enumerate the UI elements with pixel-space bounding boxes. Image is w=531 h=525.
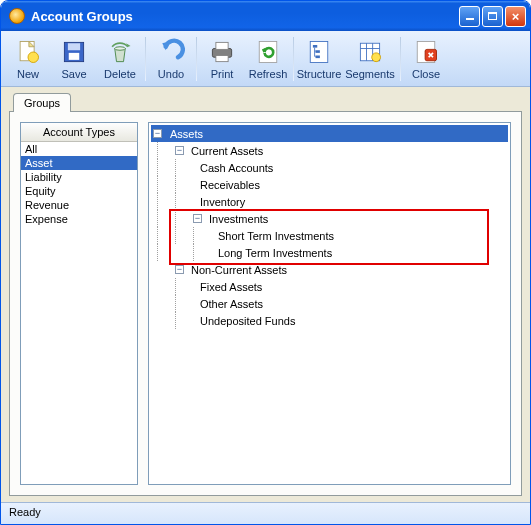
tree-label: Non-Current Assets <box>188 263 290 277</box>
tree-node-long-term-investments[interactable]: Long Term Investments <box>151 244 508 261</box>
tree-label: Other Assets <box>197 297 266 311</box>
tree-label: Cash Accounts <box>197 161 276 175</box>
list-item[interactable]: Expense <box>21 212 137 226</box>
tab-groups[interactable]: Groups <box>13 93 71 112</box>
titlebar: Account Groups × <box>1 1 530 31</box>
tree-label: Inventory <box>197 195 248 209</box>
tree-node-non-current-assets[interactable]: − Non-Current Assets <box>151 261 508 278</box>
tree-label: Fixed Assets <box>197 280 265 294</box>
tree-label: Receivables <box>197 178 263 192</box>
tree-node-short-term-investments[interactable]: Short Term Investments <box>151 227 508 244</box>
tree-node-inventory[interactable]: Inventory <box>151 193 508 210</box>
tree-node-cash-accounts[interactable]: Cash Accounts <box>151 159 508 176</box>
list-item[interactable]: Revenue <box>21 198 137 212</box>
tree-label: Short Term Investments <box>215 229 337 243</box>
structure-label: Structure <box>297 68 342 80</box>
segments-button[interactable]: Segments <box>342 34 398 84</box>
svg-rect-7 <box>216 42 228 49</box>
tree-node-undeposited-funds[interactable]: Undeposited Funds <box>151 312 508 329</box>
tree-node-current-assets[interactable]: − Current Assets <box>151 142 508 159</box>
svg-rect-3 <box>68 43 80 50</box>
svg-point-18 <box>372 52 381 61</box>
tree-label: Long Term Investments <box>215 246 335 260</box>
tree-node-investments[interactable]: − Investments <box>151 210 508 227</box>
tree-label: Undeposited Funds <box>197 314 298 328</box>
statusbar: Ready <box>1 502 530 524</box>
groups-panel: Account Types AllAssetLiabilityEquityRev… <box>9 111 522 496</box>
save-label: Save <box>61 68 86 80</box>
svg-point-5 <box>115 46 126 50</box>
tree-label: Current Assets <box>188 144 266 158</box>
svg-rect-8 <box>216 55 228 61</box>
toolbar: New Save Delete Undo Print <box>1 31 530 87</box>
close-icon <box>412 38 440 66</box>
tree-node-other-assets[interactable]: Other Assets <box>151 295 508 312</box>
print-label: Print <box>211 68 234 80</box>
content-area: Groups Account Types AllAssetLiabilityEq… <box>1 87 530 502</box>
collapse-icon[interactable]: − <box>175 146 184 155</box>
status-text: Ready <box>9 506 41 518</box>
structure-button[interactable]: Structure <box>296 34 342 84</box>
close-label: Close <box>412 68 440 80</box>
svg-rect-13 <box>316 55 320 58</box>
tree-node-assets[interactable]: − Assets <box>151 125 508 142</box>
list-item[interactable]: Equity <box>21 184 137 198</box>
maximize-button[interactable] <box>482 6 503 27</box>
app-window: Account Groups × New Save Delete <box>0 0 531 525</box>
new-button[interactable]: New <box>5 34 51 84</box>
tabstrip: Groups <box>13 93 522 111</box>
print-button[interactable]: Print <box>199 34 245 84</box>
refresh-button[interactable]: Refresh <box>245 34 291 84</box>
toolbar-separator <box>400 37 401 81</box>
list-item[interactable]: All <box>21 142 137 156</box>
save-icon <box>60 38 88 66</box>
minimize-button[interactable] <box>459 6 480 27</box>
account-types-list[interactable]: Account Types AllAssetLiabilityEquityRev… <box>20 122 138 485</box>
segments-label: Segments <box>345 68 395 80</box>
new-icon <box>14 38 42 66</box>
structure-icon <box>305 38 333 66</box>
delete-button[interactable]: Delete <box>97 34 143 84</box>
svg-point-1 <box>28 52 39 63</box>
window-buttons: × <box>459 6 526 27</box>
svg-rect-12 <box>316 50 320 53</box>
save-button[interactable]: Save <box>51 34 97 84</box>
toolbar-separator <box>293 37 294 81</box>
close-button[interactable]: Close <box>403 34 449 84</box>
list-item[interactable]: Liability <box>21 170 137 184</box>
svg-rect-11 <box>313 45 317 48</box>
new-label: New <box>17 68 39 80</box>
print-icon <box>208 38 236 66</box>
accounts-tree[interactable]: − Assets − Current Assets Cash Accounts <box>148 122 511 485</box>
toolbar-separator <box>145 37 146 81</box>
segments-icon <box>356 38 384 66</box>
refresh-label: Refresh <box>249 68 288 80</box>
account-types-header: Account Types <box>21 123 137 142</box>
collapse-icon[interactable]: − <box>153 129 162 138</box>
tree-node-fixed-assets[interactable]: Fixed Assets <box>151 278 508 295</box>
window-title: Account Groups <box>31 9 459 24</box>
window-close-button[interactable]: × <box>505 6 526 27</box>
tree-label: Assets <box>166 127 508 141</box>
undo-label: Undo <box>158 68 184 80</box>
delete-icon <box>106 38 134 66</box>
tree-node-receivables[interactable]: Receivables <box>151 176 508 193</box>
svg-rect-4 <box>69 52 80 59</box>
collapse-icon[interactable]: − <box>175 265 184 274</box>
tree-label: Investments <box>206 212 271 226</box>
undo-button[interactable]: Undo <box>148 34 194 84</box>
list-item[interactable]: Asset <box>21 156 137 170</box>
toolbar-separator <box>196 37 197 81</box>
app-icon <box>9 8 25 24</box>
refresh-icon <box>254 38 282 66</box>
collapse-icon[interactable]: − <box>193 214 202 223</box>
undo-icon <box>157 38 185 66</box>
delete-label: Delete <box>104 68 136 80</box>
